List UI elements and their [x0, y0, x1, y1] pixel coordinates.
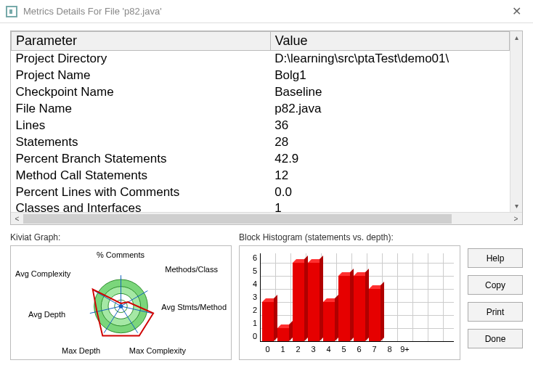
app-icon — [6, 6, 17, 17]
histogram-xtick: 8 — [382, 345, 397, 355]
histogram-bar — [293, 263, 304, 341]
histogram-ytick: 5 — [253, 266, 257, 275]
cell-value: 36 — [270, 118, 509, 134]
histogram-ytick: 3 — [253, 293, 257, 301]
histogram-bar — [262, 302, 274, 341]
histogram-xtick: 6 — [351, 345, 367, 355]
cell-parameter: Percent Branch Statements — [12, 151, 271, 168]
table-row: Checkpoint NameBaseline — [12, 84, 510, 101]
table-row: Statements28 — [12, 134, 510, 151]
histogram-xtick: 3 — [306, 345, 321, 355]
table-row: File Namep82.java — [12, 101, 510, 118]
svg-point-12 — [119, 304, 123, 309]
cell-value: D:\learning\src\ptaTest\demo01\ — [270, 51, 509, 68]
scroll-up-icon[interactable]: ▴ — [510, 31, 522, 44]
cell-value: 12 — [270, 168, 509, 184]
cell-parameter: Classes and Interfaces — [12, 200, 271, 212]
cell-parameter: File Name — [12, 101, 271, 118]
block-histogram: 0123456 0123456789+ — [239, 245, 460, 360]
histogram-xtick: 5 — [336, 345, 351, 355]
histogram-ytick: 1 — [253, 319, 257, 327]
titlebar: Metrics Details For File 'p82.java' ✕ — [0, 0, 533, 23]
vertical-scrollbar[interactable]: ▴ ▾ — [510, 31, 522, 212]
histogram-xtick: 7 — [367, 345, 382, 355]
kiviat-label-tl: Avg Complexity — [15, 269, 70, 278]
cell-value: Baseline — [270, 84, 509, 101]
histogram-xtick: 2 — [290, 345, 306, 355]
cell-parameter: Method Call Statements — [12, 168, 271, 184]
cell-value: Bolg1 — [270, 68, 509, 84]
cell-parameter: Project Directory — [12, 51, 271, 68]
histogram-title: Block Histogram (statements vs. depth): — [239, 232, 460, 242]
histogram-bar — [323, 302, 335, 341]
histogram-ytick: 4 — [253, 279, 257, 288]
cell-value: 42.9 — [270, 151, 509, 168]
kiviat-label-br: Max Complexity — [129, 346, 186, 355]
histogram-ytick: 2 — [253, 306, 257, 314]
horizontal-scrollbar[interactable]: < > — [11, 212, 522, 224]
scroll-left-icon[interactable]: < — [11, 215, 23, 223]
col-parameter[interactable]: Parameter — [12, 32, 271, 51]
close-icon[interactable]: ✕ — [506, 1, 527, 21]
print-button[interactable]: Print — [468, 302, 523, 322]
kiviat-label-tr: Methods/Class — [165, 265, 218, 274]
histogram-bar — [308, 263, 320, 341]
histogram-xtick: 9+ — [397, 345, 412, 355]
done-button[interactable]: Done — [468, 329, 523, 348]
histogram-ytick: 0 — [253, 332, 257, 340]
cell-parameter: Percent Lines with Comments — [12, 184, 271, 201]
cell-value: 0.0 — [270, 184, 509, 201]
metrics-table: Parameter Value Project DirectoryD:\lear… — [10, 30, 523, 225]
histogram-bar — [369, 289, 381, 341]
cell-parameter: Project Name — [12, 68, 271, 84]
cell-parameter: Statements — [12, 134, 271, 151]
scroll-down-icon[interactable]: ▾ — [510, 200, 522, 212]
kiviat-label-l: Avg Depth — [28, 310, 65, 319]
histogram-xtick: 4 — [321, 345, 336, 355]
table-row: Project NameBolg1 — [12, 68, 510, 84]
cell-value: p82.java — [270, 101, 509, 118]
table-row: Percent Lines with Comments0.0 — [12, 184, 510, 201]
histogram-ytick: 6 — [253, 253, 257, 262]
scroll-right-icon[interactable]: > — [510, 215, 522, 223]
kiviat-title: Kiviat Graph: — [10, 232, 232, 242]
cell-parameter: Checkpoint Name — [12, 84, 271, 101]
help-button[interactable]: Help — [468, 248, 523, 268]
kiviat-label-r: Avg Stmts/Method — [161, 303, 227, 311]
scroll-thumb[interactable] — [23, 214, 452, 224]
cell-parameter: Lines — [12, 118, 271, 134]
kiviat-graph: % Comments Methods/Class Avg Stmts/Metho… — [10, 245, 232, 360]
table-row: Percent Branch Statements42.9 — [12, 151, 510, 168]
table-row: Project DirectoryD:\learning\src\ptaTest… — [12, 51, 510, 68]
copy-button[interactable]: Copy — [468, 275, 523, 295]
table-row: Classes and Interfaces1 — [12, 200, 510, 212]
table-row: Method Call Statements12 — [12, 168, 510, 184]
cell-value: 1 — [270, 200, 509, 212]
histogram-xtick: 0 — [260, 345, 275, 355]
histogram-xtick: 1 — [275, 345, 290, 355]
cell-value: 28 — [270, 134, 509, 151]
table-row: Lines36 — [12, 118, 510, 134]
kiviat-label-bl: Max Depth — [62, 346, 100, 355]
histogram-bar — [354, 276, 365, 341]
window-title: Metrics Details For File 'p82.java' — [23, 6, 162, 17]
histogram-bar — [338, 276, 350, 341]
col-value[interactable]: Value — [270, 32, 509, 51]
kiviat-label-top: % Comments — [97, 250, 145, 259]
histogram-bar — [277, 328, 289, 341]
